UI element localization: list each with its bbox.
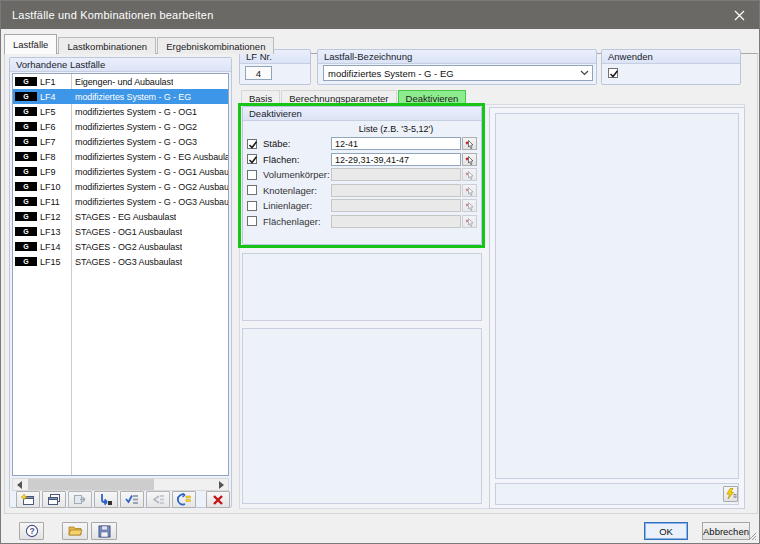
- resize-grip-icon[interactable]: [748, 532, 757, 541]
- renumber-all-button[interactable]: [172, 491, 196, 508]
- inner-tab-deaktivieren[interactable]: Deaktivieren: [398, 90, 467, 106]
- generate-loads-button[interactable]: [723, 486, 738, 502]
- list-item-lf6[interactable]: GLF6modifiziertes System - G - OG2: [13, 119, 228, 134]
- scroll-right-button[interactable]: [215, 479, 228, 490]
- pick-cursor-icon: [464, 154, 475, 165]
- help-icon: ?: [25, 524, 39, 538]
- right-bottom-strip: [495, 483, 739, 505]
- bezeichnung-label: Lastfall-Bezeichnung: [318, 50, 596, 64]
- st-be-pick-button[interactable]: [462, 137, 477, 150]
- empty-panel-top: [242, 253, 482, 321]
- deaktivieren-row-knotenlager: Knotenlager:: [247, 184, 477, 197]
- pick-cursor-icon: [464, 200, 475, 211]
- load-case-description: STAGES - EG Ausbaulast: [70, 212, 176, 222]
- main-tab-lastf-lle[interactable]: Lastfälle: [4, 34, 57, 54]
- bezeichnung-combobox[interactable]: modifiziertes System - G - EG: [323, 65, 593, 81]
- st-be-list-field[interactable]: 12-41: [331, 137, 461, 150]
- linienlager-checkbox[interactable]: [247, 201, 257, 211]
- list-item-lf11[interactable]: GLF11modifiziertes System - G - OG3 Ausb…: [13, 194, 228, 209]
- pick-cursor-icon: [464, 185, 475, 196]
- fl-chen-label: Flächen:: [263, 154, 299, 165]
- close-button[interactable]: [719, 1, 759, 29]
- renumber-button[interactable]: [94, 491, 118, 508]
- fl-chen-checkbox[interactable]: [247, 154, 257, 164]
- fl-chen-pick-button[interactable]: [462, 153, 477, 166]
- pick-cursor-icon: [464, 138, 475, 149]
- open-folder-icon: [68, 525, 83, 537]
- titlebar: Lastfälle und Kombinationen bearbeiten: [1, 1, 759, 29]
- load-case-description: modifiziertes System - G - OG1: [70, 107, 197, 117]
- save-button[interactable]: [91, 522, 117, 540]
- load-case-description: STAGES - OG1 Ausbaulast: [70, 227, 182, 237]
- check-icon: [248, 155, 258, 165]
- export-arrow-icon: [72, 493, 88, 506]
- open-button[interactable]: [62, 522, 88, 540]
- main-tab-ergebniskombinationen[interactable]: Ergebniskombinationen: [157, 37, 274, 54]
- anwenden-checkbox[interactable]: [608, 68, 618, 78]
- list-item-lf13[interactable]: GLF13STAGES - OG1 Ausbaulast: [13, 224, 228, 239]
- list-item-lf15[interactable]: GLF15STAGES - OG3 Ausbaulast: [13, 254, 228, 269]
- load-case-description: modifiziertes System - G - OG2: [70, 122, 197, 132]
- list-item-lf10[interactable]: GLF10modifiziertes System - G - OG2 Ausb…: [13, 179, 228, 194]
- inner-tab-basis[interactable]: Basis: [241, 90, 280, 106]
- load-case-description: modifiziertes System - G - OG2 Ausbaulas…: [70, 182, 228, 192]
- load-case-description: modifiziertes System - G - OG3: [70, 137, 197, 147]
- list-item-lf4[interactable]: GLF4modifiziertes System - G - EG: [13, 89, 228, 104]
- list-item-lf7[interactable]: GLF7modifiziertes System - G - OG3: [13, 134, 228, 149]
- volumenk-rper-label: Volumenkörper:: [263, 169, 330, 180]
- inner-tab-berechnungsparameter[interactable]: Berechnungsparameter: [281, 90, 396, 106]
- fl-chen-list-field[interactable]: 12-29,31-39,41-47: [331, 153, 461, 166]
- load-case-list[interactable]: GLF1Eigengen- und AubaulastGLF4modifizie…: [12, 73, 229, 476]
- list-item-lf14[interactable]: GLF14STAGES - OG2 Ausbaulast: [13, 239, 228, 254]
- deaktivieren-row-linienlager: Linienlager:: [247, 199, 477, 212]
- load-case-id: LF1: [40, 77, 70, 87]
- load-case-id: LF10: [40, 182, 70, 192]
- ok-button[interactable]: OK: [644, 522, 688, 540]
- inner-tab-bar: BasisBerechnungsparameterDeaktivieren: [241, 90, 467, 106]
- cancel-button[interactable]: Abbrechen: [702, 522, 750, 540]
- copy-load-case-button[interactable]: [42, 491, 66, 508]
- load-type-badge: G: [15, 212, 37, 221]
- fl-chenlager-checkbox[interactable]: [247, 216, 257, 226]
- new-load-case-button[interactable]: [16, 491, 40, 508]
- fl-chenlager-label: Flächenlager:: [263, 216, 321, 227]
- fl-chenlager-list-field: [331, 215, 461, 228]
- load-type-badge: G: [15, 257, 37, 266]
- list-horizontal-scrollbar[interactable]: [12, 478, 229, 491]
- lightning-icon: [725, 488, 737, 500]
- st-be-label: Stäbe:: [263, 138, 290, 149]
- load-case-id: LF13: [40, 227, 70, 237]
- main-tab-lastkombinationen[interactable]: Lastkombinationen: [58, 37, 156, 54]
- st-be-checkbox[interactable]: [247, 139, 257, 149]
- fl-chenlager-pick-button: [462, 215, 477, 228]
- list-item-lf12[interactable]: GLF12STAGES - EG Ausbaulast: [13, 209, 228, 224]
- check-relations-button[interactable]: [120, 491, 144, 508]
- help-button[interactable]: ?: [19, 522, 44, 540]
- deaktivieren-row-volumenk-rper: Volumenkörper:: [247, 168, 477, 181]
- load-case-description: modifiziertes System - G - EG: [70, 92, 191, 102]
- load-type-badge: G: [15, 167, 37, 176]
- volumenk-rper-list-field: [331, 168, 461, 181]
- list-item-lf5[interactable]: GLF5modifiziertes System - G - OG1: [13, 104, 228, 119]
- knotenlager-checkbox[interactable]: [247, 185, 257, 195]
- delete-load-case-button[interactable]: [206, 491, 230, 508]
- new-load-case-icon: [20, 493, 36, 506]
- list-item-lf1[interactable]: GLF1Eigengen- und Aubaulast: [13, 74, 228, 89]
- scroll-left-icon: [17, 481, 22, 489]
- dialog-title: Lastfälle und Kombinationen bearbeiten: [1, 9, 213, 21]
- lf-nr-field[interactable]: 4: [245, 66, 272, 80]
- check-table-icon: [124, 493, 140, 506]
- pick-cursor-icon: [464, 169, 475, 180]
- save-icon: [98, 525, 111, 538]
- scroll-left-button[interactable]: [13, 479, 26, 490]
- load-type-badge: G: [15, 107, 37, 116]
- list-item-lf8[interactable]: GLF8modifiziertes System - G - EG Ausbau…: [13, 149, 228, 164]
- deaktivieren-rows: Stäbe:12-41Flächen:12-29,31-39,41-47Volu…: [247, 137, 477, 228]
- load-case-description: modifiziertes System - G - OG1 Ausbaulas…: [70, 167, 228, 177]
- load-case-id: LF9: [40, 167, 70, 177]
- svg-text:?: ?: [29, 526, 34, 536]
- scrollbar-thumb[interactable]: [28, 479, 154, 490]
- volumenk-rper-checkbox[interactable]: [247, 170, 257, 180]
- scrollbar-track[interactable]: [26, 479, 215, 490]
- list-item-lf9[interactable]: GLF9modifiziertes System - G - OG1 Ausba…: [13, 164, 228, 179]
